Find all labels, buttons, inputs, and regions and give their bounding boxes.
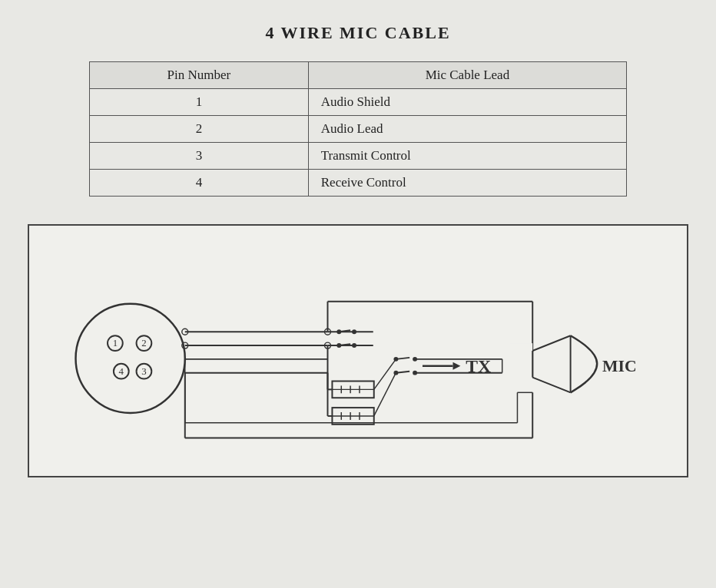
svg-text:4: 4 [119, 366, 124, 377]
svg-point-0 [76, 304, 185, 413]
svg-point-20 [336, 329, 341, 334]
svg-text:3: 3 [141, 366, 146, 377]
lead-name-cell: Transmit Control [308, 143, 626, 170]
svg-rect-56 [510, 343, 533, 385]
pin-number-cell: 1 [90, 89, 309, 116]
lead-name-cell: Audio Lead [308, 116, 626, 143]
page-title: 4 WIRE MIC CABLE [265, 23, 450, 43]
svg-text:MIC: MIC [602, 357, 637, 375]
lead-name-cell: Audio Shield [308, 89, 626, 116]
table-row: 4Receive Control [90, 170, 627, 197]
svg-line-57 [532, 335, 570, 351]
pin-number-cell: 3 [90, 143, 309, 170]
col-header-lead: Mic Cable Lead [308, 62, 626, 89]
svg-line-46 [374, 373, 396, 416]
svg-line-45 [374, 359, 396, 390]
svg-marker-51 [452, 362, 460, 370]
table-row: 1Audio Shield [90, 89, 627, 116]
svg-line-58 [532, 378, 570, 393]
lead-name-cell: Receive Control [308, 170, 626, 197]
svg-point-24 [352, 343, 356, 348]
table-row: 2Audio Lead [90, 116, 627, 143]
col-header-pin: Pin Number [90, 62, 309, 89]
svg-point-23 [336, 343, 341, 348]
cable-table: Pin Number Mic Cable Lead 1Audio Shield2… [89, 61, 627, 197]
svg-point-21 [352, 329, 356, 334]
pin-number-cell: 2 [90, 116, 309, 143]
svg-line-37 [396, 358, 409, 359]
wiring-diagram: 1 2 4 3 [28, 224, 688, 477]
svg-text:2: 2 [141, 338, 146, 349]
svg-line-40 [396, 372, 409, 373]
table-row: 3Transmit Control [90, 143, 627, 170]
pin-number-cell: 4 [90, 170, 309, 197]
svg-text:1: 1 [113, 338, 118, 349]
